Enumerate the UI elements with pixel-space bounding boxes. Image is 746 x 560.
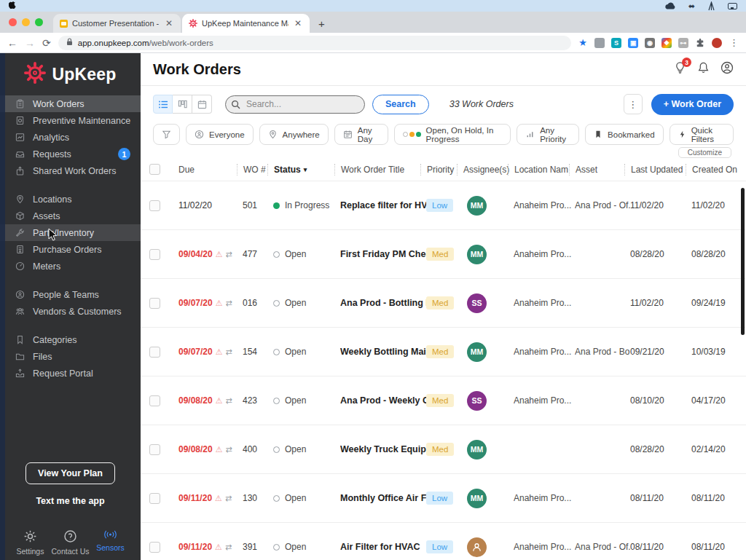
column-header-location-nam[interactable]: Location Nam xyxy=(508,164,575,176)
filter-chip-anywhere[interactable]: Anywhere xyxy=(259,124,329,145)
more-options-button[interactable]: ⋮ xyxy=(624,94,643,114)
ext-clip-icon[interactable]: ⊶ xyxy=(678,38,688,48)
customize-columns-button[interactable]: Customize xyxy=(678,147,731,158)
row-checkbox[interactable] xyxy=(149,542,160,553)
work-order-row[interactable]: 09/11/20⚠⇄130OpenMonthly Office Air Fil.… xyxy=(141,474,746,523)
assignee-avatar[interactable]: MM xyxy=(467,245,487,264)
upkeep-logo[interactable]: UpKeep xyxy=(0,56,141,92)
tab-close-icon[interactable]: ✕ xyxy=(293,18,303,28)
sidebar-item-people-teams[interactable]: People & Teams xyxy=(0,286,141,303)
new-work-order-button[interactable]: + Work Order xyxy=(651,94,734,115)
assignee-avatar[interactable]: MM xyxy=(467,440,487,460)
ext-camera-icon[interactable]: ◉ xyxy=(645,38,655,48)
cloud-icon[interactable] xyxy=(664,2,676,10)
ext-gray-icon[interactable] xyxy=(594,38,605,48)
column-header-last-updated[interactable]: Last Updated xyxy=(624,164,691,176)
work-order-title-cell[interactable]: Ana Prod - Bottling Li... xyxy=(340,298,426,308)
bookmark-star-icon[interactable]: ★ xyxy=(578,37,587,48)
assignee-avatar[interactable]: SS xyxy=(467,293,487,313)
select-all-checkbox[interactable] xyxy=(149,164,160,175)
board-view-button[interactable] xyxy=(173,95,192,114)
forward-button[interactable]: → xyxy=(25,37,35,49)
sidebar-item-analytics[interactable]: Analytics xyxy=(0,129,141,146)
work-order-row[interactable]: 11/02/20501In ProgressReplace filter for… xyxy=(141,181,746,230)
work-order-title-cell[interactable]: Monthly Office Air Fil... xyxy=(340,493,426,503)
chrome-menu-button[interactable]: ⋮ xyxy=(729,37,739,48)
assignee-avatar[interactable]: SS xyxy=(467,391,487,411)
work-order-title-cell[interactable]: Ana Prod - Weekly Ca... xyxy=(340,395,426,406)
sidebar-item-parts-inventory[interactable]: Parts/Inventory xyxy=(0,224,141,241)
ext-zoom-icon[interactable]: ▣ xyxy=(628,38,638,48)
work-order-title-cell[interactable]: Weekly Bottling Main... xyxy=(340,347,426,357)
column-header-asset[interactable]: Asset xyxy=(569,164,630,176)
row-checkbox[interactable] xyxy=(149,395,160,406)
column-header-status[interactable]: Status ▾ xyxy=(267,164,340,176)
lock-icon[interactable] xyxy=(66,38,73,47)
profile-avatar-icon[interactable] xyxy=(712,38,722,48)
reload-button[interactable]: ⟳ xyxy=(42,37,51,49)
column-header-due[interactable]: Due xyxy=(178,164,243,176)
sidebar-item-requests[interactable]: Requests1 xyxy=(0,146,141,162)
search-input[interactable] xyxy=(225,95,365,114)
filter-chip-any-day[interactable]: Any Day xyxy=(334,124,388,145)
sidebar-item-meters[interactable]: Meters xyxy=(0,258,141,275)
filter-chip-any-priority[interactable]: Any Priority xyxy=(517,124,579,145)
sidebar-item-categories[interactable]: Categories xyxy=(0,331,141,348)
row-checkbox[interactable] xyxy=(149,493,160,504)
filter-chip-statuses[interactable]: Open, On Hold, In Progress xyxy=(394,124,511,145)
sidebar-footer-sensors[interactable]: Sensors xyxy=(90,529,130,556)
tab-close-icon[interactable]: ✕ xyxy=(164,18,174,28)
column-header-created-on[interactable]: Created On xyxy=(686,164,746,176)
work-order-title-cell[interactable]: Replace filter for HVAC xyxy=(340,200,426,210)
calendar-view-button[interactable] xyxy=(192,95,212,114)
work-order-title-cell[interactable]: Weekly Truck Equip... xyxy=(340,444,426,454)
browser-tab-1[interactable]: Customer Presentation - Goo✕ xyxy=(53,14,181,33)
sidebar-item-locations[interactable]: Locations xyxy=(0,191,141,208)
sidebar-item-purchase-orders[interactable]: Purchase Orders xyxy=(0,241,141,258)
column-header-work-order-title[interactable]: Work Order Title xyxy=(334,164,426,176)
list-view-button[interactable] xyxy=(153,95,173,114)
column-header-assignee-s-[interactable]: Assignee(s) xyxy=(457,164,514,176)
row-checkbox[interactable] xyxy=(149,249,160,260)
filter-chip-bookmarked[interactable]: Bookmarked xyxy=(585,124,664,145)
new-tab-button[interactable]: + xyxy=(310,17,334,33)
row-checkbox[interactable] xyxy=(149,298,160,309)
filter-chip-everyone[interactable]: Everyone xyxy=(186,124,254,145)
filter-chip-filter[interactable] xyxy=(153,124,180,145)
work-order-row[interactable]: 09/11/20⚠⇄391OpenAir Filter for HVACLowA… xyxy=(141,523,746,560)
sidebar-item-vendors-customers[interactable]: Vendors & Customers xyxy=(0,303,141,320)
sidebar-footer-contact-us[interactable]: Contact Us xyxy=(50,529,90,556)
address-bar[interactable]: app.onupkeep.com/web/work-orders xyxy=(58,36,572,50)
work-order-title-cell[interactable]: First Friday PM Checks xyxy=(340,249,426,259)
assignee-avatar[interactable]: MM xyxy=(467,196,487,216)
work-order-row[interactable]: 09/08/20⚠⇄400OpenWeekly Truck Equip...Me… xyxy=(141,425,746,474)
work-order-title-cell[interactable]: Air Filter for HVAC xyxy=(340,542,426,552)
work-order-row[interactable]: 09/07/20⚠⇄016OpenAna Prod - Bottling Li.… xyxy=(141,279,746,328)
sidebar-item-files[interactable]: Files xyxy=(0,348,141,365)
ext-puzzle-icon[interactable] xyxy=(695,38,705,48)
sidebar-footer-settings[interactable]: Settings xyxy=(10,529,50,556)
row-checkbox[interactable] xyxy=(149,444,160,455)
view-your-plan-button[interactable]: View Your Plan xyxy=(25,462,115,484)
account-icon[interactable] xyxy=(721,61,734,77)
sync-icon[interactable]: ⬌ xyxy=(688,1,695,11)
screen-mirroring-icon[interactable] xyxy=(728,3,737,9)
sidebar-item-preventive-maintenance[interactable]: Preventive Maintenance xyxy=(0,112,141,129)
ext-color-icon[interactable]: ❖ xyxy=(661,38,672,48)
quick-filters-button[interactable]: Quick Filters xyxy=(670,124,734,145)
ext-s-icon[interactable]: S xyxy=(611,38,621,48)
apple-icon[interactable] xyxy=(9,1,17,11)
search-button[interactable]: Search xyxy=(372,95,429,114)
shortcuts-icon[interactable] xyxy=(707,1,715,11)
text-me-the-app-link[interactable]: Text me the app xyxy=(36,496,104,506)
browser-tab-2[interactable]: UpKeep Maintenance Manage✕ xyxy=(182,14,310,33)
work-order-row[interactable]: 09/08/20⚠⇄423OpenAna Prod - Weekly Ca...… xyxy=(141,376,746,425)
assignee-avatar[interactable] xyxy=(467,537,487,557)
back-button[interactable]: ← xyxy=(7,37,17,49)
assignee-avatar[interactable]: MM xyxy=(467,342,487,362)
whats-new-bulb-icon[interactable]: 3 xyxy=(674,61,686,77)
notifications-bell-icon[interactable] xyxy=(697,61,710,77)
row-checkbox[interactable] xyxy=(149,200,160,211)
sidebar-item-assets[interactable]: Assets xyxy=(0,208,141,224)
row-checkbox[interactable] xyxy=(149,347,160,358)
